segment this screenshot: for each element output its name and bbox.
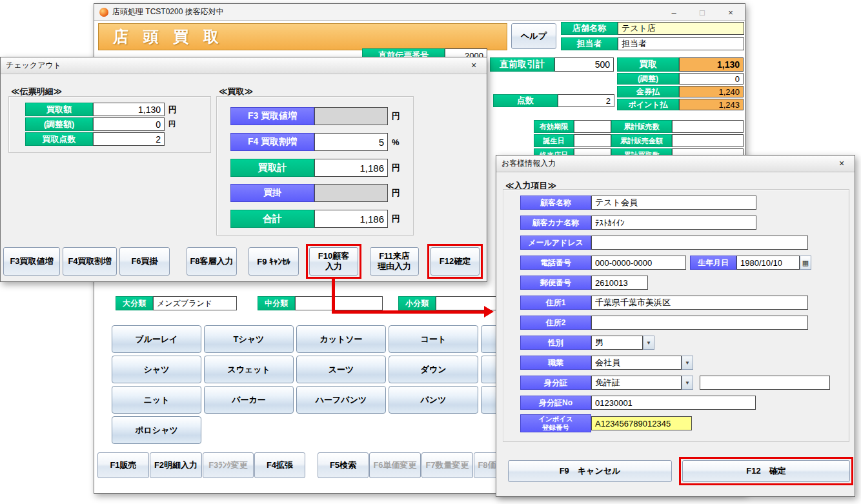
f12-confirm-button[interactable]: F12確定 — [430, 247, 480, 276]
major-category-label: 大分類 — [116, 296, 153, 310]
item-button-cutsew[interactable]: カットソー — [296, 325, 386, 353]
birthdate-input[interactable]: 1980/10/10 — [736, 256, 800, 270]
id-number-input[interactable]: 01230001 — [591, 396, 756, 410]
item-button-shirt[interactable]: シャツ — [112, 356, 201, 383]
f1-sell-button[interactable]: F1販売 — [97, 452, 149, 478]
maximize-icon[interactable]: □ — [688, 4, 716, 21]
id-type-select[interactable]: 免許証 — [591, 376, 682, 390]
grand-total-value: 1,186 — [314, 210, 388, 228]
f10-customer-input-button[interactable]: F10顧客 入力 — [309, 247, 358, 276]
purchase-subtotal-unit: 円 — [392, 159, 400, 177]
birthdate-label: 生年月日 — [690, 256, 736, 270]
phone-input[interactable]: 000-0000-0000 — [591, 256, 686, 270]
address2-input[interactable] — [591, 316, 808, 330]
page-title: 店 頭 買 取 — [98, 23, 507, 50]
birthday-label: 誕生日 — [534, 134, 574, 147]
app-icon — [99, 8, 108, 17]
id-type-dropdown-icon[interactable]: ▼ — [682, 376, 693, 390]
item-button-sweat[interactable]: スウェット — [204, 356, 294, 383]
major-category-input[interactable]: メンズブランド — [153, 296, 237, 310]
staff-label: 担当者 — [561, 37, 618, 50]
checkout-dialog-titlebar[interactable]: チェックアウト × — [1, 57, 487, 74]
grand-total-unit: 円 — [392, 210, 400, 228]
expiry-value — [574, 120, 611, 133]
main-window-title: 店頭処理 TCST0200 接客応対中 — [112, 6, 224, 17]
item-button-tshirt[interactable]: Tシャツ — [204, 325, 294, 353]
id-type-label: 身分証 — [520, 376, 591, 390]
minimize-icon[interactable]: – — [660, 4, 688, 21]
item-button-coat[interactable]: コート — [389, 325, 478, 353]
store-name-value: テスト店 — [618, 22, 744, 35]
f6-credit-button[interactable]: F6買掛 — [119, 247, 170, 276]
f11-visit-reason-button[interactable]: F11来店 理由入力 — [370, 247, 419, 276]
item-button-halfpants[interactable]: ハーフパンツ — [296, 386, 386, 414]
f9-cancel-button[interactable]: F9 ｷｬﾝｾﾙ — [248, 247, 299, 276]
invoice-number-label: インボイス 登録番号 — [520, 414, 591, 432]
store-name-label: 店舗名称 — [561, 22, 618, 35]
job-dropdown-icon[interactable]: ▼ — [682, 356, 693, 370]
f8-segment-button[interactable]: F8客層入力 — [187, 247, 237, 276]
f11-label-line2: 理由入力 — [378, 261, 411, 272]
slip-amount-unit: 円 — [168, 103, 177, 116]
prev-transaction-value: 500 — [554, 57, 614, 72]
checkout-dialog: チェックアウト × ≪伝票明細≫ 買取額 1,130 円 (調整額) 0 円 買… — [0, 57, 487, 282]
customer-dialog-titlebar[interactable]: お客様情報入力 × — [496, 156, 855, 172]
gender-select[interactable]: 男 — [591, 336, 643, 350]
help-button[interactable]: ヘルプ — [511, 23, 556, 49]
f3-rank-change-button: F3ﾗﾝｸ変更 — [203, 452, 254, 478]
f4-extend-button[interactable]: F4拡張 — [254, 452, 305, 478]
item-button-suit[interactable]: スーツ — [296, 356, 386, 383]
main-window-titlebar[interactable]: 店頭処理 TCST0200 接客応対中 – □ × — [94, 4, 745, 21]
annotation-arrow-vertical — [332, 278, 335, 312]
customer-f9-cancel-button[interactable]: F9 キャンセル — [508, 460, 672, 482]
f3-value-up-input — [314, 107, 388, 125]
f4-rate-up-input[interactable]: 5 — [314, 133, 388, 151]
phone-label: 電話番号 — [520, 256, 591, 270]
address1-label: 住所1 — [520, 296, 591, 310]
customer-close-icon[interactable]: × — [835, 158, 848, 168]
window-controls: – □ × — [660, 4, 745, 21]
gender-dropdown-icon[interactable]: ▼ — [643, 336, 654, 350]
email-label: メールアドレス — [520, 236, 591, 250]
screen: 店頭処理 TCST0200 接客応対中 – □ × 店 頭 買 取 ヘルプ 店舗… — [0, 0, 861, 504]
item-button-bluray[interactable]: ブルーレイ — [112, 325, 201, 353]
middle-category-label: 中分類 — [258, 296, 295, 310]
zip-label: 郵便番号 — [520, 276, 591, 290]
f5-search-button[interactable]: F5検索 — [318, 452, 369, 478]
total-sales-count-label: 累計販売数 — [611, 120, 672, 133]
id-type-extra-input[interactable] — [700, 376, 830, 390]
email-input[interactable] — [591, 236, 808, 250]
slip-amount-value: 1,130 — [93, 103, 165, 116]
checkout-dialog-title: チェックアウト — [6, 60, 61, 71]
customer-name-input[interactable]: テスト会員 — [591, 196, 756, 210]
annotation-arrow-head-icon — [484, 306, 494, 318]
customer-kana-input[interactable]: ﾃｽﾄｶｲｲﾝ — [591, 216, 756, 230]
address1-input[interactable]: 千葉県千葉市美浜区 — [591, 296, 808, 310]
middle-category-input[interactable] — [295, 296, 383, 310]
f11-label-line1: F11来店 — [379, 251, 410, 261]
slip-points-label: 買取点数 — [25, 132, 93, 146]
points-label: 点数 — [493, 94, 558, 107]
f3-value-up-button[interactable]: F3買取値増 — [3, 247, 60, 276]
grand-total-label: 合計 — [230, 210, 314, 228]
item-button-down[interactable]: ダウン — [389, 356, 478, 383]
invoice-number-input[interactable]: A123456789012345 — [591, 416, 692, 430]
item-button-parka[interactable]: パーカー — [204, 386, 294, 414]
customer-kana-label: 顧客カナ名称 — [520, 216, 591, 230]
item-button-pants[interactable]: パンツ — [389, 386, 478, 414]
id-number-label: 身分証No — [520, 396, 591, 410]
close-icon[interactable]: × — [716, 4, 745, 21]
invoice-label-line2: 登録番号 — [542, 423, 569, 432]
f4-rate-up-button[interactable]: F4買取割増 — [63, 247, 117, 276]
checkout-close-icon[interactable]: × — [467, 60, 480, 70]
job-select[interactable]: 会社員 — [591, 356, 682, 370]
zip-input[interactable]: 2610013 — [591, 276, 648, 290]
item-button-poloshirt[interactable]: ポロシャツ — [112, 416, 201, 444]
calendar-icon[interactable]: ▦ — [800, 256, 811, 270]
f2-detail-input-button[interactable]: F2明細入力 — [150, 452, 202, 478]
prev-transaction-label: 直前取引計 — [490, 57, 554, 72]
item-button-knit[interactable]: ニット — [112, 386, 201, 414]
customer-f12-confirm-button[interactable]: F12 確定 — [682, 460, 850, 482]
birthday-value — [574, 134, 611, 147]
slip-adjust-value: 0 — [93, 117, 165, 131]
